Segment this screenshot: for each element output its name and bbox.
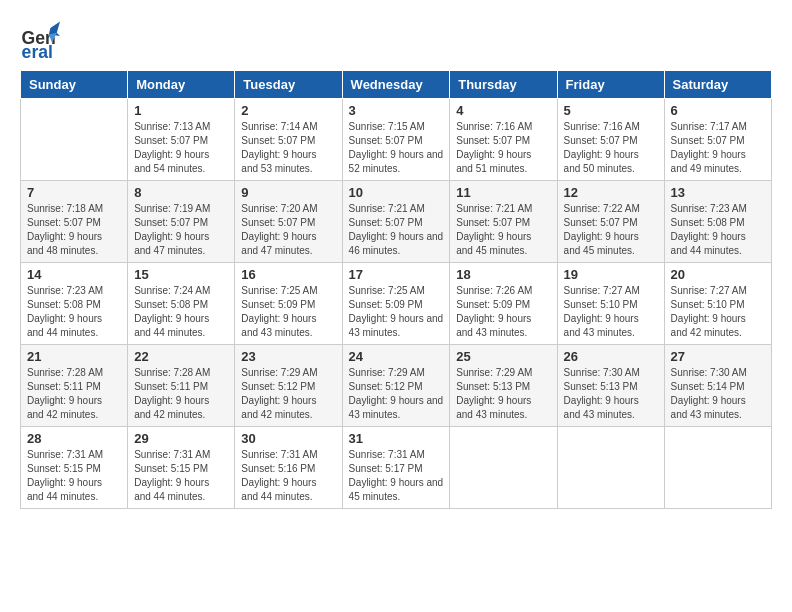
day-info: Sunrise: 7:26 AM Sunset: 5:09 PM Dayligh… <box>456 284 550 340</box>
day-cell: 25Sunrise: 7:29 AM Sunset: 5:13 PM Dayli… <box>450 345 557 427</box>
col-header-saturday: Saturday <box>664 71 771 99</box>
calendar-header-row: SundayMondayTuesdayWednesdayThursdayFrid… <box>21 71 772 99</box>
day-number: 22 <box>134 349 228 364</box>
day-cell: 17Sunrise: 7:25 AM Sunset: 5:09 PM Dayli… <box>342 263 450 345</box>
calendar-table: SundayMondayTuesdayWednesdayThursdayFrid… <box>20 70 772 509</box>
day-info: Sunrise: 7:23 AM Sunset: 5:08 PM Dayligh… <box>671 202 765 258</box>
day-cell: 8Sunrise: 7:19 AM Sunset: 5:07 PM Daylig… <box>128 181 235 263</box>
week-row-4: 21Sunrise: 7:28 AM Sunset: 5:11 PM Dayli… <box>21 345 772 427</box>
day-number: 5 <box>564 103 658 118</box>
day-info: Sunrise: 7:27 AM Sunset: 5:10 PM Dayligh… <box>564 284 658 340</box>
day-cell: 10Sunrise: 7:21 AM Sunset: 5:07 PM Dayli… <box>342 181 450 263</box>
day-cell <box>450 427 557 509</box>
page-header: Gen eral <box>20 20 772 60</box>
day-number: 15 <box>134 267 228 282</box>
day-info: Sunrise: 7:31 AM Sunset: 5:17 PM Dayligh… <box>349 448 444 504</box>
day-info: Sunrise: 7:16 AM Sunset: 5:07 PM Dayligh… <box>564 120 658 176</box>
day-cell: 26Sunrise: 7:30 AM Sunset: 5:13 PM Dayli… <box>557 345 664 427</box>
day-info: Sunrise: 7:16 AM Sunset: 5:07 PM Dayligh… <box>456 120 550 176</box>
day-cell: 24Sunrise: 7:29 AM Sunset: 5:12 PM Dayli… <box>342 345 450 427</box>
day-cell: 3Sunrise: 7:15 AM Sunset: 5:07 PM Daylig… <box>342 99 450 181</box>
day-cell: 21Sunrise: 7:28 AM Sunset: 5:11 PM Dayli… <box>21 345 128 427</box>
day-info: Sunrise: 7:21 AM Sunset: 5:07 PM Dayligh… <box>349 202 444 258</box>
day-number: 3 <box>349 103 444 118</box>
day-number: 1 <box>134 103 228 118</box>
day-info: Sunrise: 7:28 AM Sunset: 5:11 PM Dayligh… <box>27 366 121 422</box>
day-cell: 16Sunrise: 7:25 AM Sunset: 5:09 PM Dayli… <box>235 263 342 345</box>
day-number: 26 <box>564 349 658 364</box>
day-number: 14 <box>27 267 121 282</box>
day-number: 18 <box>456 267 550 282</box>
week-row-5: 28Sunrise: 7:31 AM Sunset: 5:15 PM Dayli… <box>21 427 772 509</box>
day-cell: 15Sunrise: 7:24 AM Sunset: 5:08 PM Dayli… <box>128 263 235 345</box>
logo-icon: Gen eral <box>20 20 60 60</box>
day-cell: 30Sunrise: 7:31 AM Sunset: 5:16 PM Dayli… <box>235 427 342 509</box>
day-info: Sunrise: 7:15 AM Sunset: 5:07 PM Dayligh… <box>349 120 444 176</box>
day-number: 28 <box>27 431 121 446</box>
week-row-2: 7Sunrise: 7:18 AM Sunset: 5:07 PM Daylig… <box>21 181 772 263</box>
day-info: Sunrise: 7:29 AM Sunset: 5:13 PM Dayligh… <box>456 366 550 422</box>
day-cell: 11Sunrise: 7:21 AM Sunset: 5:07 PM Dayli… <box>450 181 557 263</box>
day-number: 31 <box>349 431 444 446</box>
day-cell <box>557 427 664 509</box>
day-number: 13 <box>671 185 765 200</box>
day-info: Sunrise: 7:23 AM Sunset: 5:08 PM Dayligh… <box>27 284 121 340</box>
day-info: Sunrise: 7:18 AM Sunset: 5:07 PM Dayligh… <box>27 202 121 258</box>
day-number: 11 <box>456 185 550 200</box>
day-info: Sunrise: 7:13 AM Sunset: 5:07 PM Dayligh… <box>134 120 228 176</box>
day-number: 6 <box>671 103 765 118</box>
day-cell: 20Sunrise: 7:27 AM Sunset: 5:10 PM Dayli… <box>664 263 771 345</box>
day-info: Sunrise: 7:30 AM Sunset: 5:13 PM Dayligh… <box>564 366 658 422</box>
col-header-thursday: Thursday <box>450 71 557 99</box>
day-number: 12 <box>564 185 658 200</box>
day-number: 24 <box>349 349 444 364</box>
day-number: 23 <box>241 349 335 364</box>
day-number: 16 <box>241 267 335 282</box>
day-info: Sunrise: 7:25 AM Sunset: 5:09 PM Dayligh… <box>241 284 335 340</box>
day-cell: 4Sunrise: 7:16 AM Sunset: 5:07 PM Daylig… <box>450 99 557 181</box>
day-info: Sunrise: 7:30 AM Sunset: 5:14 PM Dayligh… <box>671 366 765 422</box>
day-number: 17 <box>349 267 444 282</box>
day-info: Sunrise: 7:31 AM Sunset: 5:15 PM Dayligh… <box>134 448 228 504</box>
day-cell: 7Sunrise: 7:18 AM Sunset: 5:07 PM Daylig… <box>21 181 128 263</box>
day-info: Sunrise: 7:29 AM Sunset: 5:12 PM Dayligh… <box>349 366 444 422</box>
col-header-friday: Friday <box>557 71 664 99</box>
day-number: 29 <box>134 431 228 446</box>
logo: Gen eral <box>20 20 62 60</box>
day-cell: 27Sunrise: 7:30 AM Sunset: 5:14 PM Dayli… <box>664 345 771 427</box>
day-info: Sunrise: 7:29 AM Sunset: 5:12 PM Dayligh… <box>241 366 335 422</box>
day-cell: 12Sunrise: 7:22 AM Sunset: 5:07 PM Dayli… <box>557 181 664 263</box>
col-header-sunday: Sunday <box>21 71 128 99</box>
day-info: Sunrise: 7:17 AM Sunset: 5:07 PM Dayligh… <box>671 120 765 176</box>
day-number: 19 <box>564 267 658 282</box>
day-number: 7 <box>27 185 121 200</box>
day-cell: 5Sunrise: 7:16 AM Sunset: 5:07 PM Daylig… <box>557 99 664 181</box>
day-info: Sunrise: 7:19 AM Sunset: 5:07 PM Dayligh… <box>134 202 228 258</box>
day-info: Sunrise: 7:22 AM Sunset: 5:07 PM Dayligh… <box>564 202 658 258</box>
day-cell: 29Sunrise: 7:31 AM Sunset: 5:15 PM Dayli… <box>128 427 235 509</box>
day-number: 10 <box>349 185 444 200</box>
day-cell: 9Sunrise: 7:20 AM Sunset: 5:07 PM Daylig… <box>235 181 342 263</box>
day-cell: 1Sunrise: 7:13 AM Sunset: 5:07 PM Daylig… <box>128 99 235 181</box>
col-header-tuesday: Tuesday <box>235 71 342 99</box>
day-cell: 14Sunrise: 7:23 AM Sunset: 5:08 PM Dayli… <box>21 263 128 345</box>
day-number: 30 <box>241 431 335 446</box>
week-row-3: 14Sunrise: 7:23 AM Sunset: 5:08 PM Dayli… <box>21 263 772 345</box>
week-row-1: 1Sunrise: 7:13 AM Sunset: 5:07 PM Daylig… <box>21 99 772 181</box>
day-cell: 28Sunrise: 7:31 AM Sunset: 5:15 PM Dayli… <box>21 427 128 509</box>
day-number: 27 <box>671 349 765 364</box>
day-info: Sunrise: 7:14 AM Sunset: 5:07 PM Dayligh… <box>241 120 335 176</box>
day-number: 20 <box>671 267 765 282</box>
svg-text:eral: eral <box>22 42 53 60</box>
col-header-monday: Monday <box>128 71 235 99</box>
day-number: 25 <box>456 349 550 364</box>
day-cell <box>664 427 771 509</box>
day-info: Sunrise: 7:31 AM Sunset: 5:16 PM Dayligh… <box>241 448 335 504</box>
day-cell: 2Sunrise: 7:14 AM Sunset: 5:07 PM Daylig… <box>235 99 342 181</box>
day-number: 9 <box>241 185 335 200</box>
day-cell <box>21 99 128 181</box>
day-cell: 22Sunrise: 7:28 AM Sunset: 5:11 PM Dayli… <box>128 345 235 427</box>
day-cell: 23Sunrise: 7:29 AM Sunset: 5:12 PM Dayli… <box>235 345 342 427</box>
col-header-wednesday: Wednesday <box>342 71 450 99</box>
day-number: 4 <box>456 103 550 118</box>
